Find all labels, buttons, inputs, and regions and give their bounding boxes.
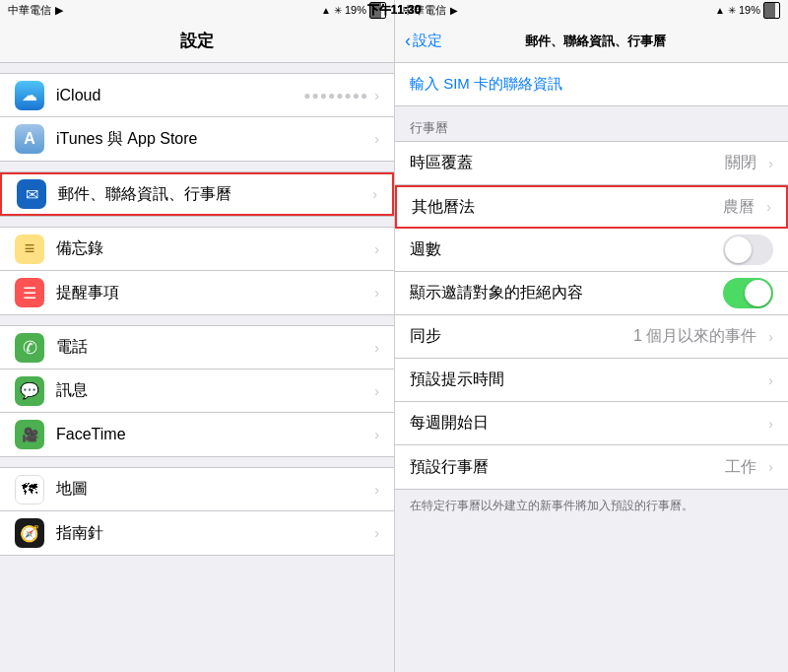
timezone-value: 關閉 (725, 153, 756, 173)
right-item-sync[interactable]: 同步 1 個月以來的事件 › (395, 315, 788, 359)
appstore-label: iTunes 與 App Store (56, 129, 368, 150)
phone-label: 電話 (56, 337, 368, 358)
facetime-label: FaceTime (56, 426, 368, 443)
right-phone-screen: 中華電信 ▶ 下午11:30 ▲ ✳ 19% ‹ 設定 郵件、聯絡資訊、行事曆 … (394, 0, 788, 672)
defaultcal-chevron: › (768, 459, 773, 475)
left-battery-pct: 19% (345, 4, 366, 16)
left-status-bar: 中華電信 ▶ 下午11:30 ▲ ✳ 19% (0, 0, 394, 20)
list-item-phone[interactable]: ✆ 電話 › (0, 326, 394, 370)
right-list-group: 時區覆蓋 關閉 › 其他曆法 農曆 › 週數 顯示邀請對象的拒絕內容 同步 1 (395, 141, 788, 490)
list-item-maps[interactable]: 🗺 地圖 › (0, 468, 394, 511)
left-status-left: 中華電信 ▶ (8, 3, 63, 18)
showinvite-toggle-knob (745, 280, 771, 306)
gap5 (0, 457, 394, 467)
notes-chevron: › (374, 241, 379, 257)
right-signal-icon: ▶ (450, 5, 458, 16)
list-item-icloud[interactable]: ☁ iCloud ●●●●●●●● › (0, 74, 394, 117)
calendar-section-header: 行事曆 (395, 106, 788, 141)
othercal-chevron: › (766, 199, 771, 215)
timezone-chevron: › (768, 156, 773, 171)
defaultcal-label: 預設行事曆 (410, 457, 725, 478)
startday-chevron: › (768, 416, 773, 432)
gap1 (0, 63, 394, 73)
othercal-value: 農曆 (723, 197, 755, 218)
back-button[interactable]: ‹ 設定 (405, 31, 442, 51)
left-nav-bar: 設定 (0, 20, 394, 63)
alerttime-chevron: › (768, 372, 773, 388)
notes-icon: ≡ (15, 235, 44, 264)
reminders-label: 提醒事項 (56, 283, 368, 303)
mail-icon: ✉ (17, 179, 46, 209)
showinvite-toggle[interactable] (723, 278, 773, 308)
messages-icon: 💬 (15, 376, 44, 406)
weeknum-label: 週數 (410, 239, 715, 260)
defaultcal-value: 工作 (725, 457, 756, 478)
right-status-time: 下午11:30 (394, 2, 421, 19)
gap2 (0, 162, 394, 171)
sim-import-label: 輸入 SIM 卡的聯絡資訊 (410, 75, 562, 94)
back-label: 設定 (413, 32, 442, 50)
mail-chevron: › (372, 186, 377, 202)
compass-label: 指南針 (56, 523, 368, 544)
startday-label: 每週開始日 (410, 413, 762, 434)
left-icloud-group: ☁ iCloud ●●●●●●●● › A iTunes 與 App Store… (0, 73, 394, 162)
right-item-alerttime[interactable]: 預設提示時間 › (395, 359, 788, 402)
right-item-startday[interactable]: 每週開始日 › (395, 402, 788, 445)
list-item-compass[interactable]: 🧭 指南針 › (0, 511, 394, 555)
right-battery-icon (763, 2, 780, 19)
left-signal-icon: ▶ (55, 4, 63, 17)
alerttime-label: 預設提示時間 (410, 370, 762, 390)
icloud-chevron: › (374, 88, 379, 103)
mail-label: 郵件、聯絡資訊、行事曆 (58, 184, 366, 205)
right-location-icon: ▲ (715, 5, 725, 16)
right-item-othercal[interactable]: 其他曆法 農曆 › (395, 185, 788, 229)
list-item-mail[interactable]: ✉ 郵件、聯絡資訊、行事曆 › (0, 172, 394, 216)
left-phone-group: ✆ 電話 › 💬 訊息 › 🎥 FaceTime › (0, 325, 394, 457)
left-phone-screen: 中華電信 ▶ 下午11:30 ▲ ✳ 19% 設定 ☁ iCloud ●●●●●… (0, 0, 394, 672)
list-item-appstore[interactable]: A iTunes 與 App Store › (0, 117, 394, 161)
sync-label: 同步 (410, 326, 633, 347)
right-item-showinvite[interactable]: 顯示邀請對象的拒絕內容 (395, 272, 788, 315)
back-chevron-icon: ‹ (405, 31, 411, 51)
list-item-notes[interactable]: ≡ 備忘錄 › (0, 228, 394, 271)
list-item-facetime[interactable]: 🎥 FaceTime › (0, 413, 394, 456)
left-location-icon: ▲ (321, 5, 331, 16)
timezone-label: 時區覆蓋 (410, 153, 725, 173)
right-status-bar: 中華電信 ▶ 下午11:30 ▲ ✳ 19% (395, 0, 788, 20)
sync-chevron: › (768, 329, 773, 345)
right-item-timezone[interactable]: 時區覆蓋 關閉 › (395, 142, 788, 185)
footer-note-text: 在特定行事曆以外建立的新事件將加入預設的行事曆。 (410, 499, 693, 512)
list-item-messages[interactable]: 💬 訊息 › (0, 370, 394, 413)
right-item-defaultcal[interactable]: 預設行事曆 工作 › (395, 445, 788, 489)
right-nav-bar: ‹ 設定 郵件、聯絡資訊、行事曆 (395, 20, 788, 63)
gap4 (0, 315, 394, 325)
right-bt-icon: ✳ (728, 5, 736, 16)
left-carrier: 中華電信 (8, 3, 51, 18)
messages-chevron: › (374, 383, 379, 399)
maps-icon: 🗺 (15, 475, 44, 504)
compass-chevron: › (374, 525, 379, 541)
left-list-container: ☁ iCloud ●●●●●●●● › A iTunes 與 App Store… (0, 63, 394, 672)
weeknum-toggle-knob (725, 236, 752, 263)
reminders-chevron: › (374, 285, 379, 301)
sim-import-row[interactable]: 輸入 SIM 卡的聯絡資訊 (395, 63, 788, 106)
left-nav-title: 設定 (180, 20, 214, 63)
gap3 (0, 217, 394, 227)
reminders-icon: ☰ (15, 278, 44, 307)
appstore-icon: A (15, 124, 44, 154)
maps-chevron: › (374, 482, 379, 498)
left-map-group: 🗺 地圖 › 🧭 指南針 › (0, 467, 394, 556)
facetime-icon: 🎥 (15, 420, 44, 449)
list-item-reminders[interactable]: ☰ 提醒事項 › (0, 271, 394, 314)
left-bt-icon: ✳ (334, 5, 342, 16)
facetime-chevron: › (374, 427, 379, 442)
othercal-label: 其他曆法 (412, 197, 723, 218)
footer-note: 在特定行事曆以外建立的新事件將加入預設的行事曆。 (395, 490, 788, 522)
weeknum-toggle[interactable] (723, 235, 773, 265)
compass-icon: 🧭 (15, 518, 44, 548)
maps-label: 地圖 (56, 479, 368, 500)
appstore-chevron: › (374, 131, 379, 147)
right-item-weeknum[interactable]: 週數 (395, 229, 788, 272)
icloud-label: iCloud (56, 87, 303, 104)
right-status-right: ▲ ✳ 19% (715, 2, 780, 19)
